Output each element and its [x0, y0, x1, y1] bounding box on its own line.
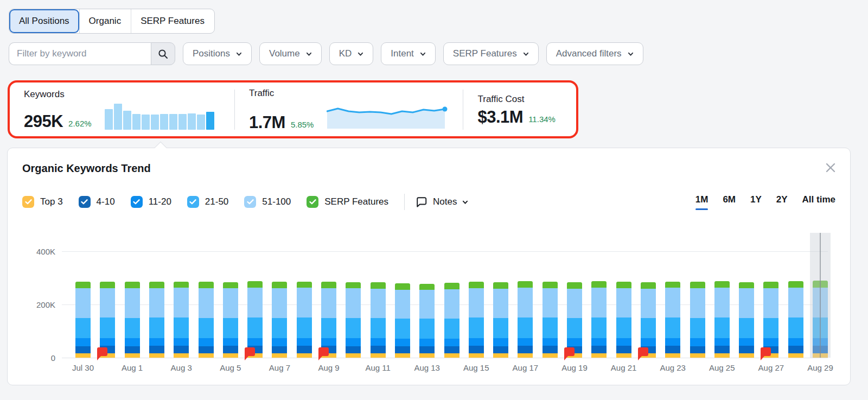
minibar-bar: [114, 104, 122, 130]
segment-11-20: [247, 338, 263, 346]
segment-11-20: [321, 338, 336, 346]
bar-aug-14[interactable]: [444, 283, 459, 358]
segment-51-100: [346, 288, 361, 318]
segment-51-100: [395, 290, 410, 319]
bar-aug-1[interactable]: [125, 282, 140, 358]
bar-aug-21[interactable]: [616, 282, 631, 358]
bar-aug-15[interactable]: [469, 282, 484, 358]
x-axis-tick: Aug 7: [255, 363, 304, 372]
segment-21-50: [469, 318, 484, 338]
segment-11-20: [739, 338, 754, 346]
bar-aug-26[interactable]: [739, 282, 754, 358]
dropdown-label: SERP Features: [453, 48, 517, 59]
segment-4-10: [223, 346, 238, 353]
tab-organic[interactable]: Organic: [79, 9, 131, 33]
note-marker-icon[interactable]: [317, 347, 329, 361]
segment-4-10: [297, 346, 312, 353]
segment-21-50: [665, 318, 680, 338]
segment-21-50: [199, 318, 214, 338]
segment-11-20: [174, 338, 189, 346]
keyword-filter-input[interactable]: [9, 42, 151, 65]
note-marker-icon[interactable]: [637, 347, 649, 361]
filter-dropdown-volume[interactable]: Volume: [259, 42, 322, 65]
segment-21-50: [493, 318, 508, 338]
bar-aug-11[interactable]: [371, 282, 386, 358]
traffic-metric[interactable]: Traffic 1.7M 5.85%: [235, 88, 463, 131]
segment-11-20: [149, 338, 164, 346]
note-marker-icon[interactable]: [244, 347, 256, 361]
bar-aug-10[interactable]: [346, 282, 361, 358]
search-button[interactable]: [151, 42, 175, 65]
filter-dropdown-kd[interactable]: KD: [329, 42, 374, 65]
segment-51-100: [591, 288, 607, 318]
segment-4-10: [419, 346, 435, 353]
segment-top-3: [223, 353, 238, 358]
segment-top-3: [493, 353, 508, 358]
bar-aug-4[interactable]: [199, 282, 214, 358]
dropdown-label: Intent: [391, 48, 414, 59]
segment-51-100: [75, 288, 91, 318]
filter-dropdown-advanced-filters[interactable]: Advanced filters: [546, 42, 643, 65]
bar-aug-17[interactable]: [518, 281, 533, 358]
note-marker-icon[interactable]: [563, 347, 575, 361]
segment-serp-features: [419, 284, 435, 290]
segment-11-20: [297, 338, 312, 346]
tab-serp-features[interactable]: SERP Features: [131, 9, 214, 33]
segment-top-3: [272, 353, 287, 358]
segment-serp-features: [247, 281, 263, 288]
segment-51-100: [469, 288, 484, 318]
filter-dropdown-positions[interactable]: Positions: [183, 42, 252, 65]
segment-21-50: [174, 318, 189, 338]
segment-top-3: [518, 353, 533, 358]
filter-dropdown-serp-features[interactable]: SERP Features: [443, 42, 539, 65]
filter-dropdowns: PositionsVolumeKDIntentSERP FeaturesAdva…: [183, 42, 643, 65]
bar-aug-7[interactable]: [272, 282, 287, 358]
segment-serp-features: [469, 282, 484, 288]
segment-51-100: [272, 288, 287, 318]
segment-4-10: [739, 346, 754, 353]
y-axis-tick: 400K: [23, 247, 55, 256]
bar-aug-3[interactable]: [174, 282, 189, 358]
filter-dropdown-intent[interactable]: Intent: [381, 42, 436, 65]
keywords-metric[interactable]: Keywords 295K 2.62%: [10, 89, 234, 130]
segment-top-3: [616, 353, 631, 358]
traffic-cost-metric[interactable]: Traffic Cost $3.1M 11.34%: [463, 94, 569, 125]
bar-aug-8[interactable]: [297, 282, 312, 358]
bar-aug-23[interactable]: [665, 282, 680, 358]
bar-jul-30[interactable]: [75, 282, 91, 358]
segment-51-100: [149, 288, 164, 318]
segment-serp-features: [371, 282, 386, 288]
bar-aug-6[interactable]: [247, 281, 263, 358]
bar-aug-16[interactable]: [493, 282, 508, 358]
segment-21-50: [272, 318, 287, 338]
segment-11-20: [690, 338, 705, 346]
bar-jul-31[interactable]: [100, 282, 115, 358]
segment-51-100: [174, 288, 189, 318]
gridline-0: [62, 358, 828, 358]
gridline-400K: [62, 251, 828, 252]
segment-serp-features: [297, 282, 312, 288]
bar-aug-25[interactable]: [714, 281, 730, 358]
segment-21-50: [247, 318, 263, 338]
bar-aug-9[interactable]: [321, 282, 336, 358]
bar-aug-13[interactable]: [419, 284, 435, 358]
note-marker-icon[interactable]: [760, 347, 771, 361]
bar-aug-27[interactable]: [763, 282, 778, 358]
bar-aug-20[interactable]: [591, 281, 607, 358]
segment-11-20: [641, 338, 656, 346]
segment-serp-features: [788, 281, 803, 288]
minibar-bar: [188, 113, 196, 130]
segment-21-50: [371, 318, 386, 338]
segment-51-100: [199, 288, 214, 318]
tab-all-positions[interactable]: All Positions: [9, 9, 79, 33]
note-marker-icon[interactable]: [96, 347, 108, 361]
x-axis-tick: Aug 13: [403, 363, 451, 372]
bar-aug-12[interactable]: [395, 283, 410, 358]
bar-aug-5[interactable]: [223, 282, 238, 358]
bar-aug-2[interactable]: [149, 282, 164, 358]
bar-aug-28[interactable]: [788, 281, 803, 358]
bar-aug-24[interactable]: [690, 282, 705, 358]
bar-aug-18[interactable]: [542, 282, 558, 358]
segment-serp-features: [591, 281, 607, 288]
segment-top-3: [297, 353, 312, 358]
